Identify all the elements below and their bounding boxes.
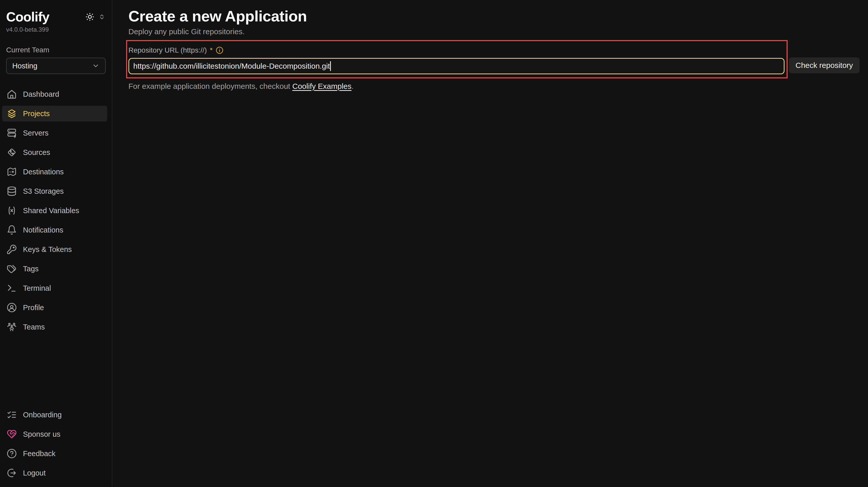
- page-title: Create a new Application: [128, 8, 868, 25]
- server-icon: [7, 128, 17, 138]
- sidebar-item-notifications[interactable]: Notifications: [2, 222, 107, 238]
- text-caret: [330, 61, 331, 71]
- check-repository-button[interactable]: Check repository: [789, 58, 860, 73]
- nav-spacer: [0, 338, 112, 407]
- sidebar-nav: DashboardProjectsServersSourcesDestinati…: [0, 86, 112, 484]
- sidebar-item-logout[interactable]: Logout: [2, 465, 107, 481]
- sidebar-item-label: Destinations: [23, 168, 64, 176]
- sidebar-item-label: Servers: [23, 129, 49, 137]
- helper-text: For example application deployments, che…: [128, 82, 868, 91]
- sidebar-item-label: Notifications: [23, 226, 63, 234]
- home-icon: [7, 89, 17, 99]
- sidebar-item-terminal[interactable]: Terminal: [2, 280, 107, 296]
- coolify-examples-link[interactable]: Coolify Examples: [292, 82, 351, 90]
- layers-icon: [7, 108, 17, 119]
- sidebar-item-label: S3 Storages: [23, 187, 64, 196]
- sidebar-item-label: Profile: [23, 303, 44, 312]
- database-icon: [7, 186, 17, 196]
- repository-url-label: Repository URL (https://): [128, 46, 207, 54]
- team-select[interactable]: Hosting: [6, 58, 106, 74]
- chevrons-up-down-icon[interactable]: [98, 13, 105, 20]
- users-icon: [7, 322, 17, 332]
- braces-x-icon: [7, 205, 17, 216]
- sidebar-item-s3-storages[interactable]: S3 Storages: [2, 183, 107, 199]
- key-icon: [7, 244, 17, 255]
- repository-form: Repository URL (https://) * https://gith…: [126, 40, 787, 78]
- sidebar-item-label: Sources: [23, 148, 50, 157]
- current-team-label: Current Team: [0, 46, 112, 54]
- sidebar-item-profile[interactable]: Profile: [2, 300, 107, 316]
- page-subtitle: Deploy any public Git repositories.: [128, 27, 868, 36]
- chevron-down-icon: [92, 62, 99, 70]
- sidebar-item-label: Logout: [23, 469, 46, 477]
- sidebar-item-tags[interactable]: Tags: [2, 261, 107, 277]
- sidebar-item-sources[interactable]: Sources: [2, 144, 107, 160]
- repository-url-value: https://github.com/illicitestonion/Modul…: [133, 62, 330, 70]
- tags-icon: [7, 264, 17, 274]
- log-out-icon: [7, 468, 17, 478]
- user-circle-icon: [7, 302, 17, 313]
- sidebar-item-label: Dashboard: [23, 90, 59, 99]
- sidebar-item-label: Terminal: [23, 284, 51, 293]
- sidebar-item-shared-variables[interactable]: Shared Variables: [2, 203, 107, 219]
- required-asterisk: *: [210, 46, 213, 54]
- git-diamond-icon: [7, 147, 17, 158]
- sidebar-item-feedback[interactable]: Feedback: [2, 446, 107, 461]
- logo-row: Coolify: [0, 9, 112, 25]
- sidebar-item-label: Shared Variables: [23, 206, 79, 215]
- sidebar-item-onboarding[interactable]: Onboarding: [2, 407, 107, 423]
- help-circle-icon: [7, 449, 17, 459]
- map-icon: [7, 167, 17, 177]
- sidebar-item-projects[interactable]: Projects: [2, 106, 107, 122]
- helper-suffix: .: [351, 82, 353, 90]
- sidebar-item-keys-tokens[interactable]: Keys & Tokens: [2, 241, 107, 257]
- sidebar-item-label: Feedback: [23, 450, 55, 458]
- sidebar-item-sponsor-us[interactable]: Sponsor us: [2, 426, 107, 442]
- main-content: Create a new Application Deploy any publ…: [112, 0, 868, 91]
- sidebar: Coolify v4.0.0-beta.399 Current Team Hos…: [0, 0, 112, 487]
- info-icon[interactable]: [216, 46, 223, 54]
- list-checks-icon: [7, 410, 17, 420]
- app-version: v4.0.0-beta.399: [0, 26, 112, 33]
- sidebar-item-label: Onboarding: [23, 411, 62, 419]
- helper-prefix: For example application deployments, che…: [128, 82, 292, 90]
- sidebar-item-label: Projects: [23, 109, 50, 118]
- sidebar-item-label: Teams: [23, 323, 45, 331]
- sidebar-item-servers[interactable]: Servers: [2, 125, 107, 141]
- repository-url-input[interactable]: https://github.com/illicitestonion/Modul…: [128, 58, 784, 74]
- app-logo: Coolify: [6, 9, 49, 25]
- sidebar-item-label: Sponsor us: [23, 430, 61, 439]
- team-select-value: Hosting: [12, 62, 37, 70]
- sidebar-item-label: Tags: [23, 265, 38, 273]
- sidebar-item-label: Keys & Tokens: [23, 245, 72, 254]
- heart-handshake-icon: [7, 429, 17, 439]
- sidebar-item-dashboard[interactable]: Dashboard: [2, 86, 107, 102]
- theme-toggle-sun-icon[interactable]: [85, 12, 94, 22]
- terminal-icon: [7, 283, 17, 293]
- sidebar-item-destinations[interactable]: Destinations: [2, 164, 107, 180]
- bell-icon: [7, 225, 17, 235]
- annotation-highlight-box: Repository URL (https://) * https://gith…: [126, 40, 787, 78]
- sidebar-item-teams[interactable]: Teams: [2, 319, 107, 335]
